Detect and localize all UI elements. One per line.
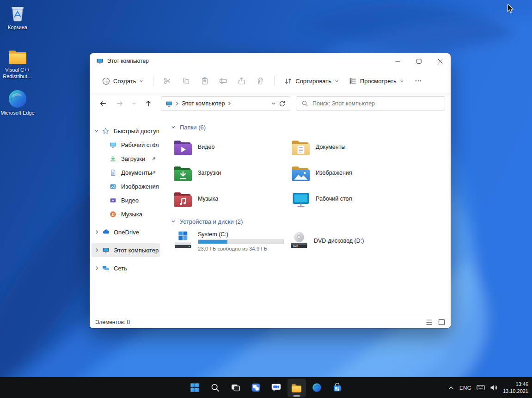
folder-tile-documents[interactable]: Документы xyxy=(289,134,407,160)
onedrive-icon xyxy=(102,228,110,236)
details-view-button[interactable] xyxy=(426,319,433,325)
touch-keyboard-icon[interactable] xyxy=(477,384,485,391)
view-button[interactable]: Просмотреть xyxy=(344,73,409,89)
drive-tile-dvd[interactable]: DVD DVD-дисковод (D:) xyxy=(289,230,437,251)
folder-tile-videos[interactable]: Видео xyxy=(171,134,289,160)
minimize-button[interactable] xyxy=(387,53,408,69)
folders-grid: Видео Документы xyxy=(171,134,451,212)
task-view-button[interactable] xyxy=(226,379,245,397)
network-icon xyxy=(102,264,110,272)
sidebar-item-videos[interactable]: Видео xyxy=(92,193,160,207)
folder-tile-pictures[interactable]: Изображения xyxy=(289,160,407,186)
chevron-down-icon xyxy=(139,79,143,83)
folder-tile-music[interactable]: Музыка xyxy=(171,186,289,212)
maximize-button[interactable] xyxy=(408,53,429,69)
chevron-down-icon xyxy=(400,79,404,83)
sidebar-item-onedrive[interactable]: OneDrive xyxy=(92,225,160,239)
sort-button[interactable]: Сортировать xyxy=(279,73,344,89)
sidebar-item-music[interactable]: Музыка xyxy=(92,207,160,221)
sort-button-label: Сортировать xyxy=(295,78,331,85)
folder-tile-desktop[interactable]: Рабочий стол xyxy=(289,186,407,212)
desktop-icon-label: Microsoft Edge xyxy=(0,110,34,116)
minimize-icon xyxy=(395,59,400,64)
refresh-icon[interactable] xyxy=(279,100,286,107)
delete-button[interactable] xyxy=(251,73,269,89)
address-dropdown-icon[interactable] xyxy=(271,101,276,106)
sidebar-item-pictures[interactable]: Изображения xyxy=(92,179,160,193)
chevron-down-icon xyxy=(171,125,176,129)
sidebar-item-label: OneDrive xyxy=(114,229,139,236)
chevron-right-icon xyxy=(95,230,99,234)
system-tray: ENG 13:46 13.10.2021 xyxy=(448,377,528,398)
tile-label: Рабочий стол xyxy=(316,196,352,202)
dvd-drive-icon: DVD xyxy=(289,231,309,251)
group-header-devices[interactable]: Устройства и диски (2) xyxy=(171,214,451,228)
volume-icon[interactable] xyxy=(490,384,498,391)
forward-button[interactable] xyxy=(112,96,128,111)
titlebar[interactable]: Этот компьютер xyxy=(90,53,451,69)
sidebar-item-this-pc[interactable]: Этот компьютер xyxy=(92,243,160,257)
document-icon xyxy=(110,169,116,176)
search-button[interactable] xyxy=(206,379,225,397)
file-explorer-icon xyxy=(291,383,302,393)
desktop-folder-icon xyxy=(110,141,116,148)
drive-free-space: 23,0 ГБ свободно из 34,9 ГБ xyxy=(198,246,284,251)
up-button[interactable] xyxy=(141,96,156,111)
downloads-folder-icon xyxy=(173,163,193,183)
group-header-folders[interactable]: Папки (6) xyxy=(171,120,451,134)
copy-button[interactable] xyxy=(177,73,196,89)
rename-icon xyxy=(219,77,227,85)
sidebar-item-label: Быстрый доступ xyxy=(114,128,159,135)
recent-locations-button[interactable] xyxy=(128,96,140,111)
desktop-icon-label: Visual C++ Redistribut… xyxy=(0,67,35,80)
sidebar-item-downloads[interactable]: Загрузки xyxy=(92,152,160,165)
sidebar-item-desktop[interactable]: Рабочий стол xyxy=(92,138,160,152)
folder-tile-downloads[interactable]: Загрузки xyxy=(171,160,289,186)
desktop-folder-icon xyxy=(291,189,311,208)
store-button[interactable] xyxy=(328,379,347,397)
downloads-icon xyxy=(110,155,116,162)
toolbar-separator xyxy=(153,76,153,86)
drive-tile-c[interactable]: System (C:) 23,0 ГБ свободно из 34,9 ГБ xyxy=(171,230,289,251)
large-icons-view-button[interactable] xyxy=(438,319,445,325)
search-box[interactable]: Поиск: Этот компьютер xyxy=(296,96,445,111)
edge-button[interactable] xyxy=(308,379,326,397)
back-button[interactable] xyxy=(95,96,111,111)
caption-buttons xyxy=(387,53,451,69)
desktop-icon-label: Корзина xyxy=(8,24,27,31)
share-button[interactable] xyxy=(232,73,251,89)
clock[interactable]: 13:46 13.10.2021 xyxy=(503,381,528,395)
rename-button[interactable] xyxy=(214,73,232,89)
widgets-button[interactable] xyxy=(247,379,265,397)
cut-button[interactable] xyxy=(158,73,177,89)
chat-button[interactable] xyxy=(267,379,286,397)
tray-overflow-button[interactable] xyxy=(448,385,454,391)
cut-icon xyxy=(163,77,171,85)
pictures-icon xyxy=(110,183,116,190)
pin-icon xyxy=(151,170,156,175)
chevron-right-icon xyxy=(95,248,99,252)
share-icon xyxy=(238,77,246,85)
language-indicator[interactable]: ENG xyxy=(459,385,471,391)
window-title: Этот компьютер xyxy=(107,58,149,64)
address-bar[interactable]: Этот компьютер xyxy=(161,96,290,111)
start-button[interactable] xyxy=(186,379,204,397)
desktop-icon-recycle-bin[interactable]: Корзина xyxy=(0,4,35,31)
items-view: Папки (6) Видео xyxy=(162,114,451,316)
desktop-icon-edge[interactable]: Microsoft Edge xyxy=(0,89,35,116)
more-options-button[interactable] xyxy=(409,73,428,89)
sidebar-item-documents[interactable]: Документы xyxy=(92,165,160,179)
star-icon xyxy=(102,128,109,135)
group-header-label: Папки (6) xyxy=(180,124,206,131)
close-button[interactable] xyxy=(429,53,451,69)
new-button[interactable]: Создать xyxy=(97,73,148,89)
paste-button[interactable] xyxy=(196,73,214,89)
desktop-icon-visual-cpp[interactable]: Visual C++ Redistribut… xyxy=(0,48,35,80)
file-explorer-button[interactable] xyxy=(287,379,306,397)
devices-grid: System (C:) 23,0 ГБ свободно из 34,9 ГБ xyxy=(171,230,451,251)
sidebar-item-network[interactable]: Сеть xyxy=(92,261,160,275)
pin-icon xyxy=(151,142,156,147)
sidebar-item-quick-access[interactable]: Быстрый доступ xyxy=(92,124,160,138)
breadcrumb-this-pc[interactable]: Этот компьютер xyxy=(182,100,225,107)
status-bar: Элементов: 8 xyxy=(90,316,451,328)
